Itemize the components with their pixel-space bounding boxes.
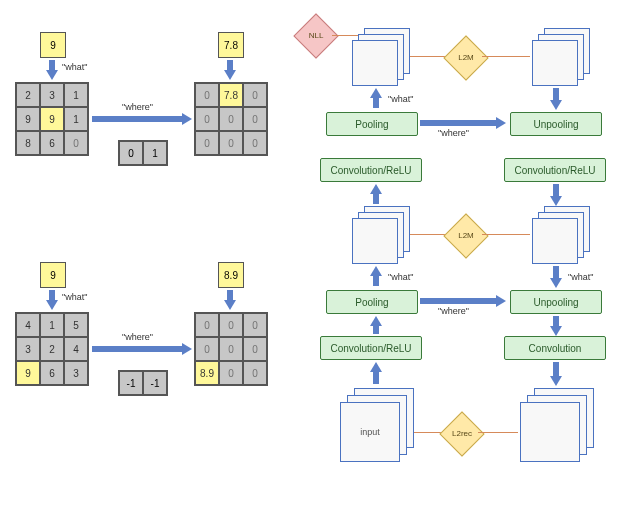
conv-relu-block-right-1: Convolution/ReLU [504, 158, 606, 182]
ex2-where-1: -1 [143, 371, 167, 395]
arrow-head [550, 376, 562, 386]
arrow-head [224, 300, 236, 310]
ex1-where-label: "where" [122, 102, 153, 112]
ex2-where-box: -1 -1 [118, 370, 168, 396]
arrow-stem [553, 316, 559, 326]
pooling-label: Pooling [355, 119, 388, 130]
arrow-stem [420, 120, 496, 126]
ex2-pooled-value: 9 [50, 270, 56, 281]
grid-cell: 0 [243, 337, 267, 361]
convolution-label: Convolution [529, 343, 582, 354]
grid-cell: 9 [16, 361, 40, 385]
grid-cell: 1 [64, 83, 88, 107]
grid-cell: 2 [40, 337, 64, 361]
arrow-head [46, 70, 58, 80]
grid-cell: 0 [243, 361, 267, 385]
ex1-output-value: 7.8 [224, 40, 238, 51]
grid-cell: 2 [16, 83, 40, 107]
l2m-label-mid: L2M [446, 231, 486, 240]
arrow-head [496, 295, 506, 307]
grid-cell: 1 [64, 107, 88, 131]
grid-cell: 9 [16, 107, 40, 131]
ex1-input-grid: 231991860 [15, 82, 89, 156]
grid-cell: 0 [64, 131, 88, 155]
conv-relu-label: Convolution/ReLU [330, 343, 411, 354]
arrow-head [370, 362, 382, 372]
grid-cell: 4 [64, 337, 88, 361]
arrow-stem [553, 88, 559, 100]
grid-cell: 3 [16, 337, 40, 361]
grid-cell: 0 [195, 83, 219, 107]
conv-relu-block-left-2: Convolution/ReLU [320, 336, 422, 360]
arrow-head [182, 113, 192, 125]
arrow-stem [373, 372, 379, 384]
what-label-left-mid: "what" [388, 272, 413, 282]
grid-cell: 7.8 [219, 83, 243, 107]
arrow-stem [49, 290, 55, 300]
grid-cell: 0 [195, 313, 219, 337]
nll-label: NLL [296, 31, 336, 40]
arrow-stem [373, 276, 379, 286]
grid-cell: 5 [64, 313, 88, 337]
ex1-where-0: 0 [119, 141, 143, 165]
arrow-head [370, 316, 382, 326]
arrow-head [224, 70, 236, 80]
grid-cell: 0 [243, 107, 267, 131]
unpooling-block-1: Unpooling [510, 112, 602, 136]
arrow-stem [553, 362, 559, 376]
arrow-head [550, 326, 562, 336]
input-label: input [360, 427, 380, 437]
grid-cell: 1 [40, 313, 64, 337]
connector [478, 432, 518, 433]
conv-relu-block-left-1: Convolution/ReLU [320, 158, 422, 182]
ex1-pooled-value: 9 [50, 40, 56, 51]
ex1-what-label: "what" [62, 62, 87, 72]
ex2-what-label: "what" [62, 292, 87, 302]
arrow-stem [227, 290, 233, 300]
conv-relu-label: Convolution/ReLU [514, 165, 595, 176]
connector [482, 234, 530, 235]
grid-cell: 0 [243, 83, 267, 107]
grid-cell: 0 [219, 361, 243, 385]
arrow-stem [553, 266, 559, 278]
grid-cell: 8.9 [195, 361, 219, 385]
grid-cell: 0 [219, 337, 243, 361]
grid-cell: 0 [219, 313, 243, 337]
convolution-block-right: Convolution [504, 336, 606, 360]
unpooling-block-2: Unpooling [510, 290, 602, 314]
arrow-stem [553, 184, 559, 196]
grid-cell: 0 [195, 131, 219, 155]
unpooling-label: Unpooling [533, 119, 578, 130]
what-label-right-mid: "what" [568, 272, 593, 282]
feature-stack-top-right [532, 28, 586, 82]
arrow-head [496, 117, 506, 129]
grid-cell: 6 [40, 131, 64, 155]
arrow-stem [92, 346, 182, 352]
connector [482, 56, 530, 57]
arrow-stem [373, 326, 379, 334]
pooling-block-2: Pooling [326, 290, 418, 314]
arrow-head [370, 88, 382, 98]
arrow-stem [420, 298, 496, 304]
arrow-stem [227, 60, 233, 70]
grid-cell: 0 [219, 107, 243, 131]
feature-stack-top-left [352, 28, 406, 82]
grid-cell: 8 [16, 131, 40, 155]
ex2-output-box: 8.9 [218, 262, 244, 288]
grid-cell: 0 [243, 313, 267, 337]
arrow-head [370, 266, 382, 276]
ex2-where-0: -1 [119, 371, 143, 395]
ex2-output-grid: 0000008.900 [194, 312, 268, 386]
what-label-left-top: "what" [388, 94, 413, 104]
grid-cell: 0 [195, 337, 219, 361]
recon-stack [520, 388, 590, 458]
input-stack: input [340, 388, 410, 458]
arrow-head [550, 278, 562, 288]
arrow-head [46, 300, 58, 310]
ex2-pooled-box: 9 [40, 262, 66, 288]
where-label-1: "where" [438, 128, 469, 138]
feature-stack-mid-left [352, 206, 406, 260]
ex1-where-1: 1 [143, 141, 167, 165]
grid-cell: 0 [195, 107, 219, 131]
arrow-head [182, 343, 192, 355]
